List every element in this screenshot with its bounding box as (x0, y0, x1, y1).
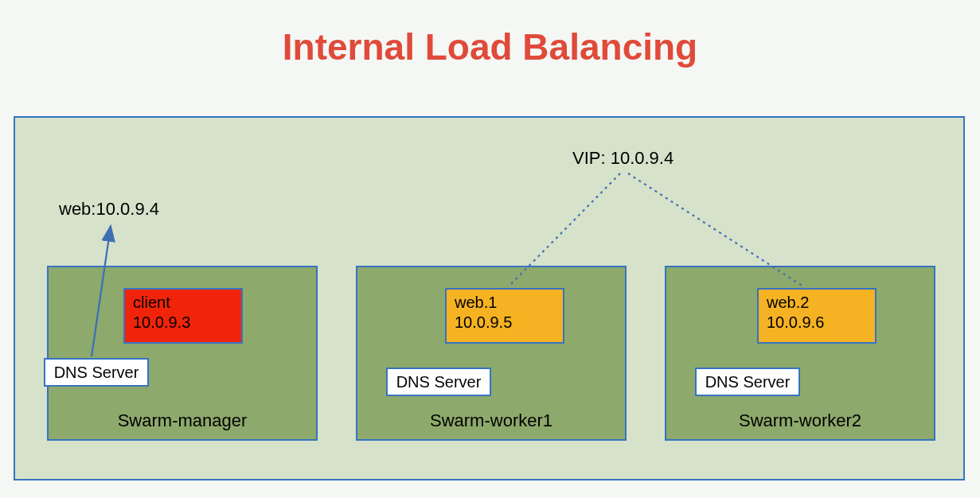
dns-server-box: DNS Server (44, 358, 149, 387)
vip-label: VIP: 10.0.9.4 (572, 148, 674, 169)
web-resolve-label: web:10.0.9.4 (59, 199, 159, 220)
container-web2: web.2 10.0.9.6 (757, 288, 877, 344)
node-label: Swarm-worker2 (666, 410, 934, 431)
diagram-title: Internal Load Balancing (0, 25, 980, 68)
container-web1: web.1 10.0.9.5 (445, 288, 564, 344)
container-name: client (133, 294, 170, 311)
node-swarm-worker1: web.1 10.0.9.5 DNS Server Swarm-worker1 (356, 266, 627, 441)
node-label: Swarm-manager (49, 410, 316, 431)
node-swarm-worker2: web.2 10.0.9.6 DNS Server Swarm-worker2 (665, 266, 935, 441)
container-name: web.2 (767, 294, 809, 311)
container-ip: 10.0.9.3 (133, 313, 190, 331)
dns-server-box: DNS Server (386, 368, 491, 396)
diagram-canvas: VIP: 10.0.9.4 web:10.0.9.4 client 10.0.9… (14, 116, 965, 480)
node-swarm-manager: client 10.0.9.3 DNS Server Swarm-manager (47, 266, 318, 441)
container-client: client 10.0.9.3 (123, 288, 243, 344)
container-ip: 10.0.9.5 (455, 313, 512, 331)
container-name: web.1 (455, 294, 497, 311)
dns-server-box: DNS Server (695, 368, 800, 396)
container-ip: 10.0.9.6 (767, 313, 824, 331)
node-label: Swarm-worker1 (357, 410, 625, 431)
